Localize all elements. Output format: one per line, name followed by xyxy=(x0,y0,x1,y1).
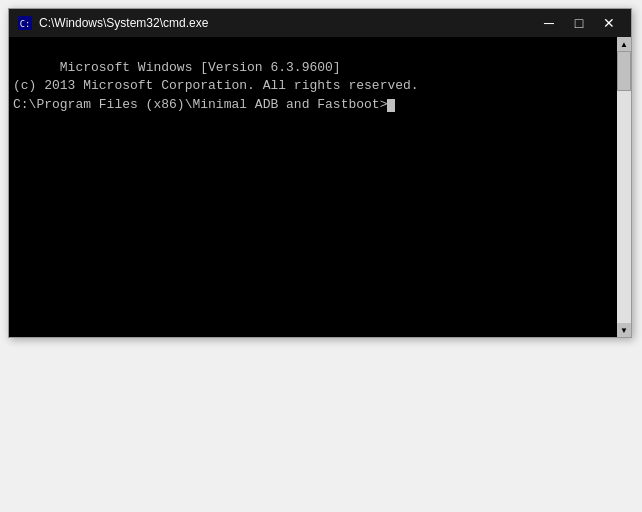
close-button[interactable]: ✕ xyxy=(595,13,623,33)
cmd-icon: C: xyxy=(17,15,33,31)
scrollbar-thumb[interactable] xyxy=(617,51,631,91)
minimize-button[interactable]: ─ xyxy=(535,13,563,33)
scroll-up-arrow[interactable]: ▲ xyxy=(617,37,631,51)
vertical-scrollbar[interactable]: ▲ ▼ xyxy=(617,37,631,337)
scrollbar-track[interactable] xyxy=(617,51,631,323)
title-bar: C: C:\Windows\System32\cmd.exe ─ □ ✕ xyxy=(9,9,631,37)
cmd-window: C: C:\Windows\System32\cmd.exe ─ □ ✕ Mic… xyxy=(8,8,632,338)
title-bar-left: C: C:\Windows\System32\cmd.exe xyxy=(17,15,208,31)
svg-text:C:: C: xyxy=(20,19,31,29)
console-line-2: (c) 2013 Microsoft Corporation. All righ… xyxy=(13,78,419,93)
maximize-button[interactable]: □ xyxy=(565,13,593,33)
window-title: C:\Windows\System32\cmd.exe xyxy=(39,16,208,30)
console-output: Microsoft Windows [Version 6.3.9600] (c)… xyxy=(13,41,627,132)
console-line-1: Microsoft Windows [Version 6.3.9600] xyxy=(60,60,341,75)
window-controls: ─ □ ✕ xyxy=(535,13,623,33)
console-area[interactable]: Microsoft Windows [Version 6.3.9600] (c)… xyxy=(9,37,631,337)
cursor-block xyxy=(387,99,395,112)
console-line-3: C:\Program Files (x86)\Minimal ADB and F… xyxy=(13,97,387,112)
scroll-down-arrow[interactable]: ▼ xyxy=(617,323,631,337)
